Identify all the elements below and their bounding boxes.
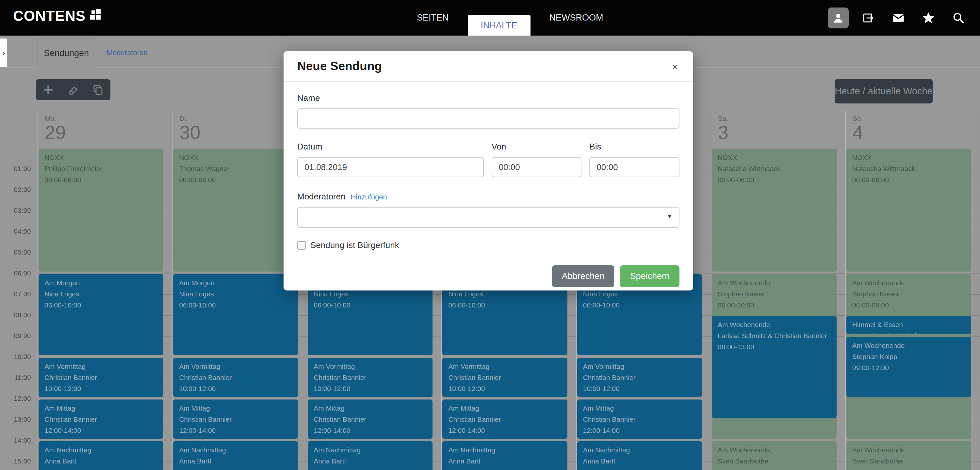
event-time: 12:00-14:00	[45, 425, 158, 436]
day-number: 3	[718, 123, 845, 142]
copy-icon[interactable]	[89, 81, 107, 99]
calendar-event[interactable]: Am NachmittagAnna Bartl14:00-18:00	[173, 441, 298, 470]
calendar-event[interactable]: Am MorgenNina Loges06:00-10:00	[38, 274, 163, 355]
calendar-event[interactable]: Himmel & EssenSven-Christian Schulz	[846, 316, 971, 334]
calendar-event[interactable]: NOXXNatascha Wittmaack00:00-06:00	[846, 149, 971, 272]
event-time: 09:00-12:00	[852, 362, 965, 373]
cancel-button[interactable]: Abbrechen	[552, 265, 614, 287]
event-title: Am Morgen	[179, 278, 292, 289]
event-time: 14:00-18:00	[583, 467, 696, 470]
mail-icon[interactable]	[888, 8, 909, 29]
event-time: 12:00-14:00	[583, 425, 696, 436]
time-label: 11:00	[0, 374, 31, 381]
event-title: Am Wochenende	[718, 319, 831, 330]
event-title: Am Mittag	[583, 403, 696, 414]
day-number: 4	[853, 123, 980, 142]
logout-icon[interactable]	[858, 8, 879, 29]
time-label: 10:00	[0, 353, 31, 360]
event-time: 14:00-18:00	[718, 467, 831, 470]
calendar-event[interactable]: Am VormittagChristian Bannier10:00-12:00	[577, 358, 702, 397]
event-moderator: Christian Bannier	[179, 414, 292, 425]
calendar-event[interactable]: Am NachmittagAnna Bartl14:00-18:00	[577, 441, 702, 470]
nav-item-inhalte[interactable]: INHALTE	[468, 15, 530, 36]
calendar-event[interactable]: Am VormittagChristian Bannier10:00-12:00	[442, 358, 567, 397]
calendar-event[interactable]: Am WochenendeSven Sandbothe14:00-18:00	[712, 441, 837, 470]
von-input[interactable]	[492, 157, 582, 177]
calendar-event[interactable]: NOXXThomas Wagner00:00-06:00	[173, 149, 298, 272]
bis-input[interactable]	[589, 157, 679, 177]
event-moderator: Philipp Finkelmeier	[45, 163, 158, 174]
calendar-event[interactable]: Am WochenendeSven Sandbothe14:00-18:00	[846, 441, 971, 470]
calendar-event[interactable]: Am MittagChristian Bannier12:00-14:00	[308, 400, 433, 439]
tab-sendungen[interactable]: Sendungen	[38, 38, 95, 68]
event-time: 12:00-14:00	[179, 425, 292, 436]
time-label: 02:00	[0, 186, 31, 194]
calendar-event[interactable]: Am MorgenNina Loges06:00-10:00	[173, 274, 298, 355]
sidebar-expand-toggle[interactable]: ›	[0, 38, 7, 68]
heute-aktuelle-woche-button[interactable]: Heute / aktuelle Woche	[835, 79, 932, 103]
event-time: 00:00-06:00	[718, 174, 831, 186]
tab-moderatoren[interactable]: Moderatoren	[94, 38, 160, 67]
close-icon[interactable]: ×	[668, 60, 682, 74]
calendar-event[interactable]: NOXXNatascha Wittmaack00:00-06:00	[712, 149, 837, 272]
time-label: 05:00	[0, 249, 31, 256]
buergerfunk-checkbox[interactable]	[297, 241, 306, 250]
event-title: Am Wochenende	[718, 445, 831, 456]
calendar-event[interactable]: Am WochenendeStephan Knipp09:00-12:00	[846, 337, 971, 397]
hour-gridline	[38, 441, 980, 441]
hinzufuegen-link[interactable]: Hinzufügen	[350, 193, 387, 202]
event-title: Am Mittag	[45, 403, 158, 414]
event-title: Am Nachmittag	[583, 445, 696, 456]
event-moderator: Natascha Wittmaack	[852, 163, 965, 174]
event-time: 10:00-12:00	[45, 383, 158, 394]
time-label: 07:00	[0, 291, 31, 298]
event-time: 14:00-18:00	[852, 467, 965, 470]
name-input[interactable]	[297, 108, 679, 129]
add-sendung-button[interactable]	[39, 81, 57, 99]
calendar-event[interactable]: Am VormittagChristian Bannier10:00-12:00	[173, 358, 298, 397]
chevron-down-icon: ▼	[667, 213, 672, 220]
event-moderator: Larissa Schmitz & Christian Bannier	[718, 330, 831, 341]
calendar-event[interactable]: Am WochenendeLarissa Schmitz & Christian…	[712, 316, 837, 418]
calendar-event[interactable]: Am NachmittagAnna Bartl14:00-18:00	[442, 441, 567, 470]
moderatoren-select[interactable]	[297, 207, 679, 228]
event-time: 14:00-18:00	[179, 467, 292, 470]
event-moderator: Anna Bartl	[45, 456, 158, 467]
modal-body: Name Datum Von Bis Moderatoren Hinzufüge…	[283, 82, 693, 287]
calendar-toolbar	[36, 79, 110, 100]
user-icon[interactable]	[828, 8, 849, 29]
calendar-event[interactable]: Am VormittagChristian Bannier10:00-12:00	[308, 358, 433, 397]
save-button[interactable]: Speichern	[620, 265, 679, 287]
nav-item-seiten[interactable]: SEITEN	[402, 0, 464, 36]
event-moderator: Stephan Kaiser	[718, 289, 831, 300]
moderatoren-label: Moderatoren	[297, 192, 345, 202]
calendar-event[interactable]: Am NachmittagAnna Bartl14:00-18:00	[38, 441, 163, 470]
event-time: 14:00-18:00	[448, 467, 561, 470]
day-header: Sa.3	[711, 111, 845, 148]
calendar-event[interactable]: Am MittagChristian Bannier12:00-14:00	[173, 400, 298, 439]
datum-input[interactable]	[297, 157, 484, 177]
event-title: Am Vormittag	[448, 361, 561, 372]
nav-item-newsroom[interactable]: NEWSROOM	[535, 0, 618, 36]
calendar-event[interactable]: Am MittagChristian Bannier12:00-14:00	[577, 400, 702, 439]
hour-gridline	[38, 399, 980, 399]
event-time: 06:00-10:00	[583, 300, 696, 311]
event-title: Am Nachmittag	[45, 445, 158, 456]
event-moderator: Natascha Wittmaack	[718, 163, 831, 174]
event-time: 06:00-10:00	[179, 300, 292, 311]
search-icon[interactable]	[948, 8, 969, 29]
calendar-event[interactable]: Am MittagChristian Bannier12:00-14:00	[38, 400, 163, 439]
event-moderator: Stephan Kaiser	[852, 289, 965, 300]
star-icon[interactable]	[918, 8, 939, 29]
event-moderator: Anna Bartl	[179, 456, 292, 467]
calendar-event[interactable]: Am VormittagChristian Bannier10:00-12:00	[38, 358, 163, 397]
eraser-icon[interactable]	[64, 81, 82, 99]
event-title: Am Wochenende	[852, 445, 965, 456]
calendar-event[interactable]: Am NachmittagAnna Bartl14:00-18:00	[308, 441, 433, 470]
calendar-event[interactable]: Am MittagChristian Bannier12:00-14:00	[442, 400, 567, 439]
top-bar: CONTENS SEITENINHALTENEWSROOM	[0, 0, 980, 36]
column-separator	[845, 111, 846, 470]
calendar-event[interactable]: NOXXPhilipp Finkelmeier00:00-06:00	[38, 149, 163, 272]
event-moderator: Christian Bannier	[448, 414, 561, 425]
event-time: 00:00-06:00	[45, 174, 158, 186]
